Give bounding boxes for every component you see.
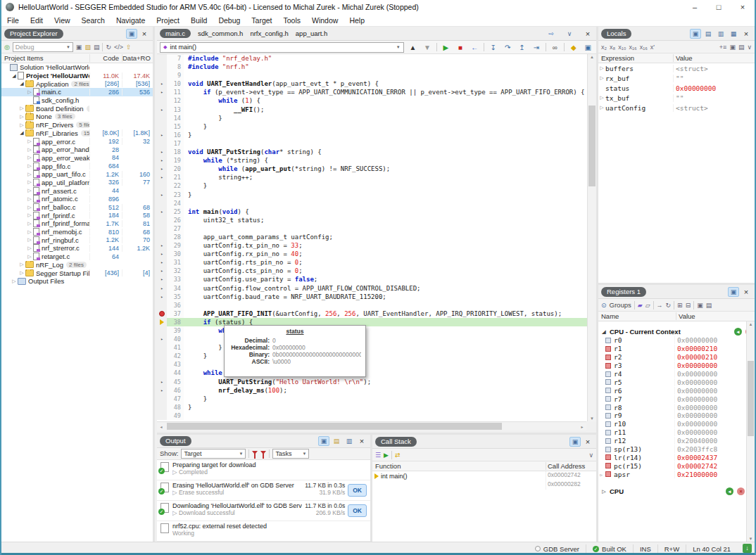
code-line[interactable]: ▸40 __WFI(); [157,335,596,343]
code-line[interactable]: 12 while (1) { [157,96,596,105]
breakpoint-icon[interactable] [157,310,167,318]
menu-target[interactable]: Target [246,15,277,26]
column-expression[interactable]: Expression [598,54,673,62]
watch-view-icon[interactable]: ▥ [715,29,726,39]
tree-expander-icon[interactable]: ▷ [26,221,33,227]
tree-item-nrf-ringbuf-c[interactable]: ▷nrf_ringbuf.c1.2K70 [1,236,153,244]
base-x-icon[interactable]: x₁₆ [640,44,648,51]
tree-item-solution-hellouartworld[interactable]: Solution 'HelloUartWorld' [1,63,153,72]
tree-expander-icon[interactable]: ◢ [18,130,25,136]
build-status[interactable]: ✓Built OK [586,544,633,553]
disasm-marker-icon[interactable]: ▸ [157,88,167,96]
tree-item-app-error-weak-c[interactable]: ▷app_error_weak.c84 [1,154,153,162]
tree-expander-icon[interactable]: ▷ [26,179,33,185]
show-dropdown[interactable]: Target▼ [181,449,246,459]
register-checkbox[interactable] [605,447,611,452]
locals-tab[interactable]: Locals [601,29,631,39]
code-line[interactable]: ▸23} [157,191,596,199]
register-row-r8[interactable]: r80x00000000 [598,403,755,412]
tree-expander-icon[interactable]: ◢ [600,329,607,335]
download-indicator-icon[interactable]: ↓ [743,544,752,553]
base-x-icon[interactable]: x' [650,44,655,51]
readwrite-indicator[interactable]: R+W [657,544,686,553]
code-line[interactable]: 43 [157,360,596,369]
tree-expander-icon[interactable]: ▷ [26,237,33,243]
registers-scrollbar[interactable]: ▲ ▼ [746,321,755,542]
tree-item-none[interactable]: ▷None3 files [1,113,153,121]
column-value[interactable]: Value [676,312,755,320]
add-watch-icon[interactable]: +≡ [719,44,727,51]
column-call-address[interactable]: Call Address [546,462,596,470]
disasm-marker-icon[interactable]: ▸ [157,131,167,139]
close-button[interactable]: × [731,0,755,14]
disasm-marker-icon[interactable]: ▸ [157,284,167,293]
tree-expander-icon[interactable]: ▷ [18,270,25,276]
code-line[interactable]: ▸10void UART_EventHandler(app_uart_evt_t… [157,79,596,88]
disasm-marker-icon[interactable]: ▸ [157,378,167,386]
local-variable-row-rx-buf[interactable]: ▷rx_buf"" [598,73,755,83]
tree-item-retarget-c[interactable]: ▷retarget.c64 [1,253,153,261]
base-x-icon[interactable]: x₈ [610,44,615,51]
tree-expander-icon[interactable]: ▷ [598,105,605,110]
disasm-marker-icon[interactable]: ▸ [157,250,167,258]
code-line[interactable]: 47 } [157,395,596,403]
register-checkbox[interactable] [605,396,611,402]
code-line[interactable]: 22 } [157,181,596,190]
refresh-group-icon[interactable]: ◂ [734,328,742,336]
tree-expander-icon[interactable]: ▷ [26,139,33,144]
groups-button[interactable]: Groups [610,301,631,309]
column-code[interactable]: Code [89,54,122,62]
code-line[interactable]: 7#include "nrf_delay.h" [157,54,596,63]
register-checkbox[interactable] [605,430,611,435]
menu-file[interactable]: File [1,15,25,26]
output-item[interactable]: Downloading 'HelloUartWorld.elf' to GDB … [157,501,370,521]
disasm-marker-icon[interactable]: ▸ [157,386,167,395]
register-checkbox[interactable] [605,471,611,477]
next-bookmark-icon[interactable]: ▼ [422,44,432,51]
tree-item-output-files[interactable]: ▷Output Files [1,277,153,286]
tree-expander-icon[interactable]: ▷ [26,163,33,169]
tree-expander-icon[interactable]: ▷ [26,188,33,193]
column-function[interactable]: Function [372,462,546,470]
filter-icon[interactable] [252,451,258,454]
code-line[interactable]: 39 while (1) { [157,326,596,335]
dock-panel-icon[interactable]: ▥ [344,436,355,446]
code-line[interactable]: 24 [157,199,596,208]
tree-expander-icon[interactable]: ▷ [598,75,605,81]
transcript-icon[interactable]: ▤ [331,436,342,446]
menu-build[interactable]: Build [185,15,213,26]
ok-button[interactable]: OK [348,484,367,497]
code-line[interactable]: 48} [157,403,596,412]
menu-help[interactable]: Help [344,15,370,26]
disasm-marker-icon[interactable]: ▸ [157,275,167,283]
editor-vertical-scrollbar[interactable]: ▲ ▼ [587,54,596,421]
filter-errors-icon[interactable] [260,451,266,454]
menu-window[interactable]: Window [306,15,344,26]
local-variable-row-buffers[interactable]: ▷buffers<struct> [598,63,755,73]
code-line[interactable]: 8#include "nrf.h" [157,63,596,71]
scrollbar-thumb[interactable] [588,106,596,186]
tree-expander-icon[interactable]: ▷ [26,147,33,153]
code-line[interactable]: ▸25int main(void) { [157,208,596,216]
chip-outline-icon[interactable]: ▱ [645,302,650,309]
locals-view-icon[interactable]: ▣ [690,29,701,39]
tree-expander-icon[interactable]: ◢ [18,81,25,87]
code-editor[interactable]: 7#include "nrf_delay.h"8#include "nrf.h"… [157,54,596,421]
code-line[interactable]: 37 APP_UART_FIFO_INIT(&uartConfig, 256, … [157,310,596,318]
register-checkbox[interactable] [605,355,611,360]
local-variable-row-uartconfig[interactable]: ▷uartConfig<struct> [598,103,755,113]
code-line[interactable]: ▸34 uartConfig.flow_control = APP_UART_F… [157,284,596,293]
register-checkbox[interactable] [605,363,611,369]
tree-item-app-uart-fifo-c[interactable]: ▷app_uart_fifo.c1.2K160 [1,170,153,179]
tree-item-app-fifo-c[interactable]: ▷app_fifo.c684 [1,162,153,170]
insert-mode-indicator[interactable]: INS [633,544,657,553]
tree-expander-icon[interactable]: ▷ [11,279,18,284]
refresh-icon[interactable]: ↻ [666,302,672,309]
groups-chevron-icon[interactable]: ⊙ [601,302,607,309]
disasm-marker-icon[interactable]: ▸ [157,165,167,173]
code-line[interactable]: ▸35 uartConfig.baud_rate = NRF_UART_BAUD… [157,293,596,301]
register-row-r7[interactable]: r70x00000000 [598,395,755,403]
copy-icon[interactable]: ▣ [697,302,703,309]
new-folder-icon[interactable]: ▨ [84,44,91,51]
editor-tab-main-c[interactable]: main.c [160,29,191,38]
